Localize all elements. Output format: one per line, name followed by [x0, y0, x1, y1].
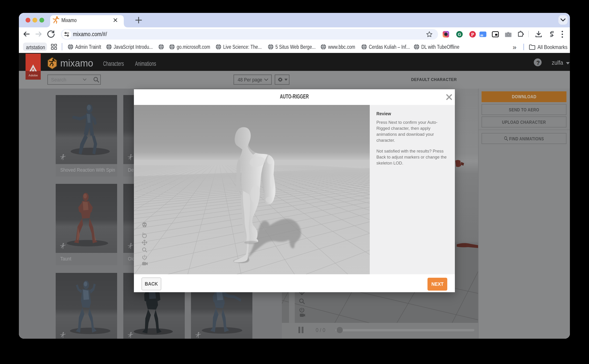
svg-text:Adobe: Adobe	[29, 74, 38, 77]
svg-text:G: G	[458, 32, 461, 37]
svg-text:P: P	[471, 32, 474, 37]
